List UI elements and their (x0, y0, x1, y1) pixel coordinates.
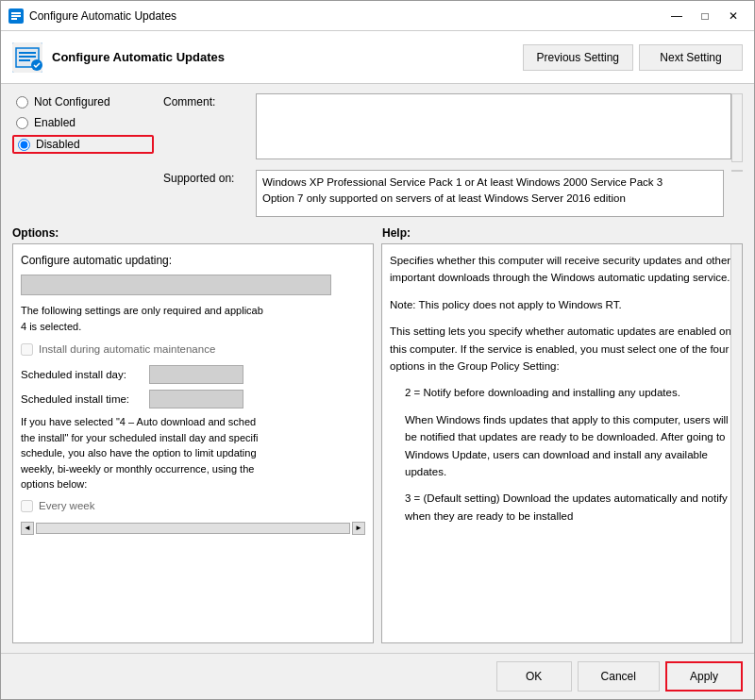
header-title: Configure Automatic Updates (52, 50, 523, 64)
cancel-button[interactable]: Cancel (578, 661, 660, 692)
options-title: Configure automatic updating: (21, 252, 365, 269)
help-panel: Specifies whether this computer will rec… (381, 243, 743, 643)
header-bar: Configure Automatic Updates Previous Set… (1, 31, 754, 84)
disabled-radio[interactable] (18, 139, 30, 151)
content-area: Not Configured Enabled Disabled Comment: (1, 84, 754, 653)
ok-button[interactable]: OK (496, 661, 572, 692)
enabled-row: Enabled (12, 114, 154, 131)
svg-rect-1 (11, 12, 21, 14)
scheduled-install-day-row: Scheduled install day: (21, 365, 365, 384)
comment-scrollbar[interactable] (731, 93, 743, 162)
supported-on-label: Supported on: (163, 170, 248, 185)
comment-label: Comment: (163, 93, 248, 108)
svg-rect-2 (11, 15, 21, 17)
help-indent2: When Windows finds updates that apply to… (405, 411, 734, 481)
help-p3: This setting lets you specify whether au… (390, 323, 734, 375)
scroll-track[interactable] (36, 523, 350, 534)
scheduled-day-label: Scheduled install day: (21, 367, 143, 383)
main-window: Configure Automatic Updates — □ ✕ Config… (0, 0, 755, 700)
footer: OK Cancel Apply (1, 653, 754, 699)
help-indent3: 3 = (Default setting) Download the updat… (405, 490, 734, 525)
help-p1: Specifies whether this computer will rec… (390, 252, 734, 287)
next-setting-button[interactable]: Next Setting (639, 44, 743, 71)
scroll-left-arrow[interactable]: ◄ (21, 522, 34, 535)
not-configured-radio[interactable] (16, 96, 28, 108)
svg-rect-6 (19, 52, 36, 54)
svg-rect-8 (19, 59, 30, 61)
supported-on-row: Supported on: Windows XP Professional Se… (163, 170, 743, 217)
help-p6: 3 = (Default setting) Download the updat… (405, 490, 734, 525)
window-icon (8, 8, 24, 24)
help-indent1: 2 = Notify before downloading and instal… (405, 384, 734, 401)
window-controls: — □ ✕ (663, 7, 747, 25)
scheduled-time-label: Scheduled install time: (21, 392, 143, 408)
every-week-row: Every week (21, 498, 365, 514)
help-p5: When Windows finds updates that apply to… (405, 411, 734, 481)
options-note: The following settings are only required… (21, 303, 365, 334)
apply-button[interactable]: Apply (665, 661, 743, 692)
supported-on-text: Windows XP Professional Service Pack 1 o… (256, 170, 724, 217)
two-column-section: Configure automatic updating: The follow… (12, 243, 743, 643)
disabled-label: Disabled (36, 138, 80, 151)
options-header: Options: (12, 226, 59, 240)
help-header-container: Help: (382, 226, 743, 240)
sections-headers: Options: Help: (12, 226, 743, 240)
not-configured-label: Not Configured (34, 95, 110, 108)
svg-rect-3 (11, 18, 17, 20)
options-header-container: Options: (12, 226, 373, 240)
title-bar: Configure Automatic Updates — □ ✕ (1, 1, 754, 31)
install-maintenance-checkbox[interactable] (21, 343, 33, 356)
install-maintenance-row: Install during automatic maintenance (21, 342, 365, 358)
options-panel[interactable]: Configure automatic updating: The follow… (12, 243, 374, 643)
every-week-checkbox[interactable] (21, 500, 33, 512)
scheduled-install-time-row: Scheduled install time: (21, 390, 365, 408)
not-configured-row: Not Configured (12, 93, 154, 110)
install-maintenance-label: Install during automatic maintenance (39, 342, 215, 358)
bottom-note: If you have selected "4 – Auto download … (21, 414, 365, 492)
radio-panel: Not Configured Enabled Disabled (12, 93, 154, 217)
configure-updating-dropdown[interactable] (21, 275, 331, 295)
top-section: Not Configured Enabled Disabled Comment: (12, 93, 743, 217)
enabled-label: Enabled (34, 116, 76, 129)
scheduled-day-dropdown[interactable] (149, 365, 243, 384)
disabled-row: Disabled (12, 135, 154, 154)
nav-buttons: Previous Setting Next Setting (523, 44, 743, 71)
help-p2: Note: This policy does not apply to Wind… (390, 296, 734, 313)
comment-textarea[interactable] (256, 93, 731, 159)
enabled-radio[interactable] (16, 117, 28, 129)
options-horiz-scroll: ◄ ► (21, 522, 365, 535)
scroll-right-arrow[interactable]: ► (352, 522, 365, 535)
right-top-panel: Comment: Supported on: Windows XP Profes… (163, 93, 743, 217)
previous-setting-button[interactable]: Previous Setting (523, 44, 633, 71)
svg-rect-7 (19, 56, 36, 58)
help-header: Help: (382, 226, 411, 240)
maximize-button[interactable]: □ (692, 7, 718, 25)
close-button[interactable]: ✕ (720, 7, 747, 25)
scheduled-time-dropdown[interactable] (149, 390, 243, 408)
header-icon (12, 42, 42, 73)
help-scrollbar[interactable] (730, 244, 742, 642)
minimize-button[interactable]: — (663, 7, 690, 25)
comment-scroll-wrapper (256, 93, 743, 162)
window-title: Configure Automatic Updates (29, 9, 663, 23)
comment-row: Comment: (163, 93, 743, 162)
help-text: Specifies whether this computer will rec… (390, 252, 734, 525)
help-p4: 2 = Notify before downloading and instal… (405, 384, 734, 401)
every-week-label: Every week (39, 498, 94, 514)
supported-scrollbar[interactable] (731, 170, 743, 172)
